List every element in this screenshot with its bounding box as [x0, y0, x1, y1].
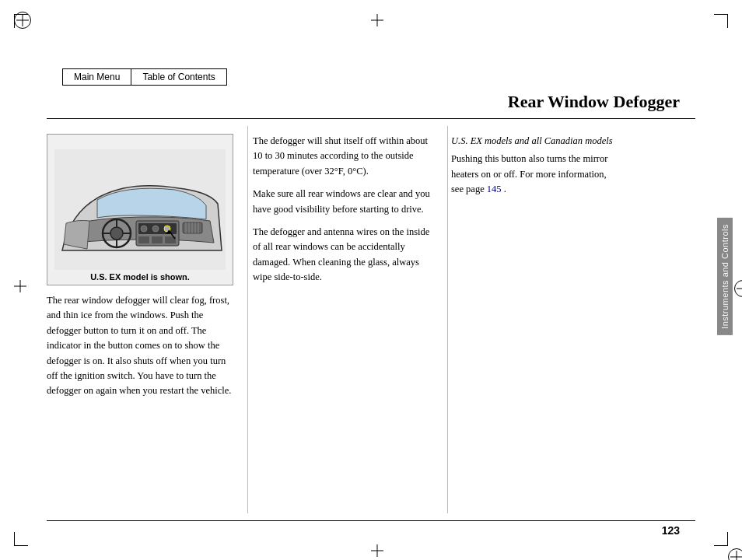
bottom-rule	[47, 520, 695, 521]
main-menu-button[interactable]: Main Menu	[62, 68, 131, 86]
image-caption: U.S. EX model is shown.	[47, 272, 233, 282]
nav-buttons: Main Menu Table of Contents	[62, 68, 227, 86]
page-number: 123	[662, 524, 680, 537]
middle-column-text: The defogger will shut itself off within…	[253, 134, 432, 292]
right-italic-header: U.S. EX models and all Canadian models	[451, 134, 618, 149]
toc-button[interactable]: Table of Contents	[131, 68, 226, 86]
middle-para2: Make sure all rear windows are clear and…	[253, 187, 432, 217]
corner-mark-bl	[14, 532, 28, 546]
car-image	[47, 135, 233, 285]
car-image-box: U.S. EX model is shown.	[47, 134, 233, 285]
crosshair-right	[737, 282, 742, 295]
content-area: U.S. EX model is shown. The rear window …	[47, 126, 695, 513]
left-paragraph: The rear window defogger will clear fog,…	[47, 293, 237, 399]
middle-para1: The defogger will shut itself off within…	[253, 134, 432, 179]
page-link-145[interactable]: 145	[487, 184, 502, 194]
crosshair-top	[371, 14, 383, 26]
svg-rect-9	[138, 236, 149, 243]
crosshair-br	[730, 551, 742, 560]
crosshair-bottom	[371, 544, 383, 557]
divider-left	[247, 126, 248, 513]
right-body-text: Pushing this button also turns the mirro…	[451, 153, 607, 194]
sidebar-label: Instruments and Controls	[717, 218, 733, 335]
middle-para3: The defogger and antenna wires on the in…	[253, 225, 432, 285]
svg-point-13	[152, 226, 159, 232]
svg-rect-10	[152, 236, 163, 243]
crosshair-left	[14, 280, 26, 292]
left-column-text: The rear window defogger will clear fog,…	[47, 293, 237, 399]
corner-mark-tr	[714, 14, 728, 28]
svg-point-12	[141, 226, 147, 232]
divider-right	[447, 126, 448, 513]
page-title: Rear Window Defogger	[508, 92, 680, 112]
right-column-text: U.S. EX models and all Canadian models P…	[451, 134, 618, 198]
svg-point-2	[110, 227, 123, 240]
top-rule	[47, 118, 695, 119]
crosshair-tl	[16, 14, 29, 26]
right-text-after: .	[502, 184, 506, 194]
corner-mark-br	[714, 532, 728, 546]
car-dashboard-svg	[54, 145, 226, 274]
